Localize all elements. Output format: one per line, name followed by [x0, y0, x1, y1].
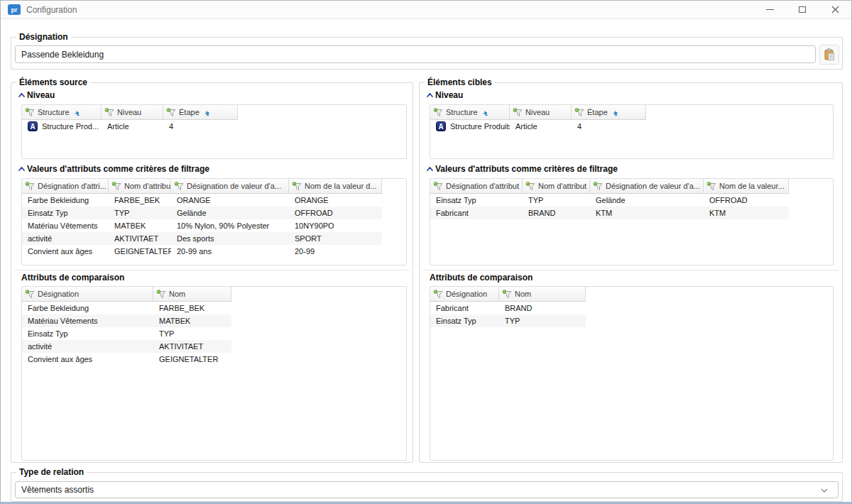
table-cell: Article — [102, 120, 163, 133]
column-header[interactable]: Nom — [499, 287, 586, 302]
column-header[interactable]: Désignation de valeur d'a... — [171, 179, 289, 194]
filter-icon[interactable] — [593, 182, 604, 191]
filter-icon[interactable] — [166, 108, 177, 117]
table-cell: BRAND — [499, 302, 586, 314]
filter-icon[interactable] — [513, 108, 523, 117]
table-cell: Fabricant — [430, 302, 499, 314]
table-cell: Einsatz Typ — [22, 207, 109, 219]
table-row[interactable]: Einsatz TypTYP — [22, 327, 231, 340]
table-cell: BRAND — [523, 207, 590, 219]
filter-icon[interactable] — [111, 182, 122, 191]
source-niveau-grid: Structure▲1NiveauÉtape▲2AStructure Prod.… — [22, 105, 238, 133]
table-row[interactable]: Convient aux âgesGEIGNETALTER — [22, 353, 231, 366]
column-header[interactable]: Désignation d'attri... — [22, 179, 109, 194]
table-cell: 10% Nylon, 90% Polyester — [171, 219, 289, 232]
filter-icon[interactable] — [156, 290, 167, 299]
column-header[interactable]: Niveau — [510, 105, 572, 120]
filter-icon[interactable] — [25, 108, 36, 117]
target-elements-group: Éléments cibles Niveau Structure▲1Niveau… — [419, 82, 843, 463]
column-header[interactable]: Nom d'attribut — [109, 179, 171, 194]
collapse-chevron-icon[interactable] — [18, 93, 27, 97]
table-row[interactable]: FabricantBRAND — [430, 302, 586, 314]
table-row[interactable]: AStructure ProduitsArticle4 — [430, 120, 646, 133]
source-filter-grid: Désignation d'attri...Nom d'attributDési… — [22, 179, 382, 258]
column-header[interactable]: Étape▲2 — [163, 105, 238, 120]
column-header[interactable]: Nom de la valeur d... — [289, 179, 382, 194]
table-row[interactable]: Einsatz TypTYP — [430, 314, 586, 327]
filter-icon[interactable] — [25, 182, 36, 191]
source-comparison-title: Attributs de comparaison — [21, 273, 124, 283]
table-cell: FARBE_BEK — [153, 302, 231, 314]
filter-icon[interactable] — [433, 182, 444, 191]
close-button[interactable] — [819, 1, 851, 18]
target-niveau-title: Niveau — [435, 90, 463, 100]
chevron-down-icon[interactable] — [821, 485, 828, 495]
column-header[interactable]: Désignation d'attribut — [430, 179, 523, 194]
source-filter-section-header[interactable]: Valeurs d'attributs comme critères de fi… — [18, 163, 209, 175]
column-header[interactable]: Nom — [153, 287, 231, 302]
filter-icon[interactable] — [433, 108, 444, 117]
filter-icon[interactable] — [706, 182, 717, 191]
table-row[interactable]: Farbe BekleidungFARBE_BEKORANGEORANGE — [22, 194, 382, 207]
table-cell: ORANGE — [289, 194, 382, 207]
table-cell: TYP — [109, 207, 171, 219]
sort-ascending-icon: ▲1 — [74, 109, 80, 116]
source-niveau-table: Structure▲1NiveauÉtape▲2AStructure Prod.… — [21, 104, 407, 159]
grid-header-row: Structure▲1NiveauÉtape▲2 — [430, 105, 646, 120]
column-header[interactable]: Nom de la valeur... — [704, 179, 789, 194]
collapse-chevron-icon[interactable] — [427, 93, 435, 97]
table-row[interactable]: FabricantBRANDKTMKTM — [430, 207, 789, 219]
table-row[interactable]: AStructure Prod...Article4 — [22, 120, 238, 133]
table-row[interactable]: activitéAKTIVITAETDes sportsSPORT — [22, 232, 382, 245]
source-niveau-section-header[interactable]: Niveau — [18, 89, 55, 101]
table-cell: 4 — [572, 120, 646, 133]
designation-input[interactable] — [15, 45, 816, 63]
section-divider — [422, 270, 839, 270]
table-cell: Gelände — [590, 194, 704, 207]
table-cell: 10NY90PO — [289, 219, 382, 232]
table-cell: AStructure Prod... — [22, 120, 102, 133]
table-row[interactable]: Matériau VêtementsMATBEK — [22, 314, 231, 327]
minimize-icon — [766, 9, 774, 10]
filter-icon[interactable] — [25, 290, 36, 299]
filter-icon[interactable] — [525, 182, 536, 191]
table-row[interactable]: Einsatz TypTYPGeländeOFFROAD — [430, 194, 789, 207]
filter-icon[interactable] — [104, 108, 115, 117]
column-header[interactable]: Désignation — [22, 287, 153, 302]
filter-icon[interactable] — [174, 182, 185, 191]
target-niveau-section-header[interactable]: Niveau — [427, 89, 463, 101]
collapse-chevron-icon[interactable] — [18, 167, 27, 171]
designation-group: Désignation — [11, 37, 843, 70]
table-cell: 4 — [163, 120, 238, 133]
filter-icon[interactable] — [433, 290, 444, 299]
column-header[interactable]: Nom d'attribut — [523, 179, 590, 194]
table-row[interactable]: Matériau VêtementsMATBEK10% Nylon, 90% P… — [22, 219, 382, 232]
column-header[interactable]: Désignation — [430, 287, 499, 302]
column-label: Désignation — [38, 290, 79, 298]
column-header[interactable]: Niveau — [102, 105, 163, 120]
table-row[interactable]: Farbe BekleidungFARBE_BEK — [22, 302, 231, 314]
column-label: Désignation de valeur d'a... — [187, 182, 281, 190]
column-header[interactable]: Structure▲1 — [22, 105, 102, 120]
table-row[interactable]: Convient aux âgesGEIGNETALTER20-99 ans20… — [22, 245, 382, 258]
column-label: Nom de la valeur d... — [305, 182, 377, 190]
target-comparison-table: DésignationNomFabricantBRANDEinsatz TypT… — [430, 286, 834, 461]
table-cell: Gelände — [171, 207, 289, 219]
table-cell: MATBEK — [109, 219, 171, 232]
column-header[interactable]: Désignation de valeur d'a... — [590, 179, 704, 194]
collapse-chevron-icon[interactable] — [427, 167, 435, 171]
filter-icon[interactable] — [574, 108, 585, 117]
maximize-button[interactable] — [786, 1, 819, 18]
paste-button[interactable] — [819, 45, 839, 65]
column-header[interactable]: Étape▲2 — [572, 105, 646, 120]
target-filter-section-header[interactable]: Valeurs d'attributs comme critères de fi… — [427, 163, 618, 175]
table-row[interactable]: Einsatz TypTYPGeländeOFFROAD — [22, 207, 382, 219]
filter-icon[interactable] — [502, 290, 513, 299]
minimize-button[interactable] — [753, 1, 786, 18]
column-label: Désignation d'attri... — [38, 182, 106, 190]
column-header[interactable]: Structure▲1 — [430, 105, 510, 120]
filter-icon[interactable] — [292, 182, 302, 191]
table-row[interactable]: activitéAKTIVITAET — [22, 340, 231, 353]
table-cell: ORANGE — [171, 194, 289, 207]
relation-type-dropdown[interactable]: Vêtements assortis — [15, 481, 839, 498]
